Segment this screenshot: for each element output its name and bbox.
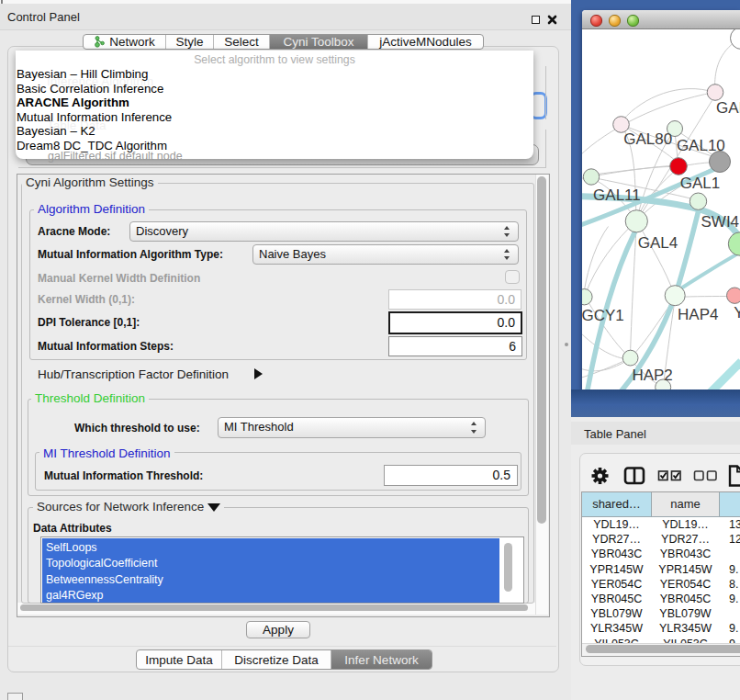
svg-text:HAP2: HAP2 xyxy=(632,367,672,384)
svg-text:GAL4: GAL4 xyxy=(637,233,677,251)
svg-text:HAP4: HAP4 xyxy=(678,305,718,322)
svg-text:GAL10: GAL10 xyxy=(676,136,724,153)
svg-text:GCY1: GCY1 xyxy=(582,307,624,324)
svg-text:Y: Y xyxy=(734,304,740,322)
svg-text:GAL80: GAL80 xyxy=(623,130,672,147)
svg-text:GAL1: GAL1 xyxy=(679,175,719,192)
svg-text:GAL11: GAL11 xyxy=(593,186,641,203)
svg-text:SWI4: SWI4 xyxy=(701,212,739,230)
svg-text:GAL7: GAL7 xyxy=(716,99,740,117)
